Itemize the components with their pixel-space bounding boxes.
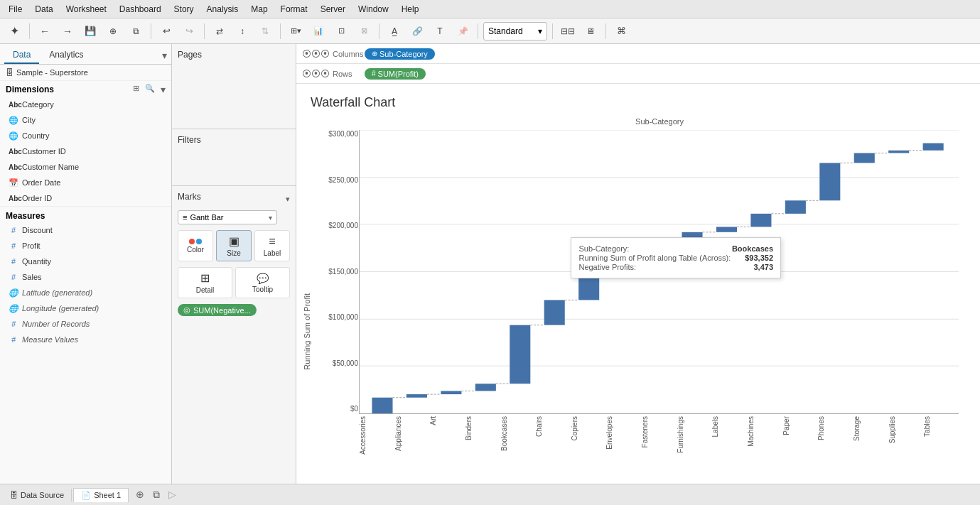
- sort-asc-button[interactable]: ↕: [232, 21, 252, 41]
- field-order-date[interactable]: 📅 Order Date: [0, 175, 171, 190]
- menu-analysis[interactable]: Analysis: [201, 3, 244, 16]
- field-latitude[interactable]: 🌐 Latitude (generated): [0, 285, 171, 300]
- field-customer-id[interactable]: Abc Customer ID: [0, 143, 171, 159]
- redo-button[interactable]: ↪: [179, 21, 199, 41]
- menu-map[interactable]: Map: [245, 3, 273, 16]
- undo-button[interactable]: ↩: [156, 21, 176, 41]
- marks-color-button[interactable]: Color: [178, 230, 213, 261]
- bar-paper[interactable]: [785, 200, 806, 214]
- sort-desc-button[interactable]: ⇅: [255, 21, 275, 41]
- field-measure-values-label: Measure Values: [22, 335, 78, 344]
- copy-sheet-icon[interactable]: ⧉: [150, 487, 163, 502]
- x-tick-furnishings: Furnishings: [677, 416, 712, 453]
- size-icon: ▣: [229, 234, 239, 248]
- bar-supplies[interactable]: [888, 151, 909, 153]
- new-sheet-icon[interactable]: ⊕: [133, 487, 147, 502]
- columns-subcategory-pill[interactable]: ⊕ Sub-Category: [365, 48, 435, 60]
- bar-art[interactable]: [441, 391, 461, 394]
- x-tick-bookcases: Bookcases: [500, 416, 536, 451]
- device-preview-button[interactable]: 🖥: [581, 21, 601, 41]
- toolbar-sep-1: [29, 23, 30, 39]
- swap-rows-cols-button[interactable]: ⇄: [210, 21, 230, 41]
- highlight-button[interactable]: A̲: [384, 21, 404, 41]
- standard-dropdown[interactable]: Standard ▾: [483, 22, 547, 40]
- tab-analytics[interactable]: Analytics: [41, 47, 92, 64]
- bar-phones[interactable]: [819, 163, 840, 200]
- field-city[interactable]: 🌐 City: [0, 112, 171, 128]
- bar-accessories[interactable]: [372, 398, 392, 413]
- bar-bookcases[interactable]: [510, 325, 530, 384]
- duplicate-button[interactable]: ⧉: [126, 21, 146, 41]
- marks-label-button[interactable]: ≡ Label: [254, 230, 290, 261]
- field-order-id-label: Order ID: [22, 194, 52, 202]
- nav-forward-button[interactable]: →: [58, 21, 77, 41]
- rows-sum-profit-pill[interactable]: # SUM(Profit): [365, 68, 426, 80]
- search-icon[interactable]: 🔍: [145, 84, 155, 95]
- marks-type-dropdown[interactable]: ≡ Gantt Bar ▾: [178, 210, 277, 224]
- field-longitude[interactable]: 🌐 Longitude (generated): [0, 300, 171, 316]
- toolbar-sep-6: [478, 23, 478, 39]
- x-tick-appliances: Appliances: [394, 416, 430, 451]
- field-measure-values[interactable]: # Measure Values: [0, 332, 171, 347]
- data-source-tab[interactable]: 🗄 Data Source: [3, 489, 72, 501]
- bar-chairs[interactable]: [544, 300, 565, 325]
- columns-shelf-label: ⦿⦿⦿ Columns: [302, 48, 359, 59]
- text-button[interactable]: T: [430, 21, 450, 41]
- center-panel: Pages Filters Marks ▾ ≡ Gantt Bar ▾: [172, 44, 296, 484]
- menu-file[interactable]: File: [3, 3, 28, 16]
- marks-tooltip-button[interactable]: 💬 Tooltip: [235, 267, 290, 298]
- field-country[interactable]: 🌐 Country: [0, 128, 171, 143]
- rows-shelf-label: ⦿⦿⦿ Rows: [302, 68, 359, 79]
- field-customer-name[interactable]: Abc Customer Name: [0, 159, 171, 175]
- grid-icon[interactable]: ⊞: [133, 84, 139, 95]
- field-postal-code[interactable]: 🌐 Postal Code: [0, 206, 171, 207]
- menu-data[interactable]: Data: [29, 3, 58, 16]
- field-profit[interactable]: # Profit: [0, 238, 171, 254]
- show-me-button[interactable]: 📊: [308, 21, 328, 41]
- annotate-button[interactable]: 🔗: [407, 21, 427, 41]
- menu-help[interactable]: Help: [396, 3, 425, 16]
- save-button[interactable]: 💾: [80, 21, 100, 41]
- bar-storage[interactable]: [854, 153, 875, 163]
- bar-appliances[interactable]: [406, 394, 427, 398]
- marks-menu-icon[interactable]: ▾: [286, 195, 290, 204]
- marks-detail-button[interactable]: ⊞ Detail: [178, 267, 232, 298]
- menu-format[interactable]: Format: [275, 3, 313, 16]
- pin-button[interactable]: 📌: [453, 21, 473, 41]
- dimensions-list: Abc Category 🌐 City 🌐 Country Abc Custom…: [0, 97, 171, 207]
- bar-tables[interactable]: [923, 143, 944, 151]
- menu-worksheet[interactable]: Worksheet: [60, 3, 112, 16]
- bar-binders[interactable]: [475, 384, 496, 391]
- add-dimension-icon[interactable]: ▾: [161, 84, 166, 95]
- field-city-label: City: [22, 116, 36, 124]
- add-datasource-button[interactable]: ⊕: [103, 21, 123, 41]
- sum-negative-pill[interactable]: ◎ SUM(Negative...: [178, 304, 257, 316]
- field-num-records[interactable]: # Number of Records: [0, 316, 171, 332]
- fit-button[interactable]: ⊡: [331, 21, 351, 41]
- menu-window[interactable]: Window: [352, 3, 394, 16]
- nav-back-button[interactable]: ←: [35, 21, 55, 41]
- share-button[interactable]: ⌘: [611, 21, 631, 41]
- bar-labels[interactable]: [716, 227, 737, 232]
- y-tick-150k: $150,000: [328, 268, 358, 276]
- menu-server[interactable]: Server: [315, 3, 351, 16]
- menu-story[interactable]: Story: [168, 3, 200, 16]
- sheet1-tab[interactable]: 📄 Sheet 1: [73, 488, 129, 502]
- toolbar-sep-8: [605, 23, 606, 39]
- field-order-id[interactable]: Abc Order ID: [0, 190, 171, 206]
- fix-size-button[interactable]: ⊠: [354, 21, 374, 41]
- chart-inner: Sub-Category: Bookcases Running Sum of P…: [359, 130, 959, 414]
- marks-button[interactable]: ⊞▾: [286, 21, 306, 41]
- present-button[interactable]: ⊟⊟: [558, 21, 578, 41]
- sheet-icon: 📄: [81, 491, 91, 500]
- panel-tab-menu-icon[interactable]: ▾: [162, 50, 167, 61]
- field-quantity[interactable]: # Quantity: [0, 254, 171, 269]
- present-mode-icon[interactable]: ▷: [166, 487, 179, 502]
- field-sales[interactable]: # Sales: [0, 269, 171, 285]
- menu-dashboard[interactable]: Dashboard: [114, 3, 167, 16]
- field-category[interactable]: Abc Category: [0, 97, 171, 112]
- tab-data[interactable]: Data: [4, 47, 39, 64]
- field-discount[interactable]: # Discount: [0, 222, 171, 238]
- bar-machines[interactable]: [750, 214, 771, 227]
- marks-size-button[interactable]: ▣ Size: [216, 230, 252, 261]
